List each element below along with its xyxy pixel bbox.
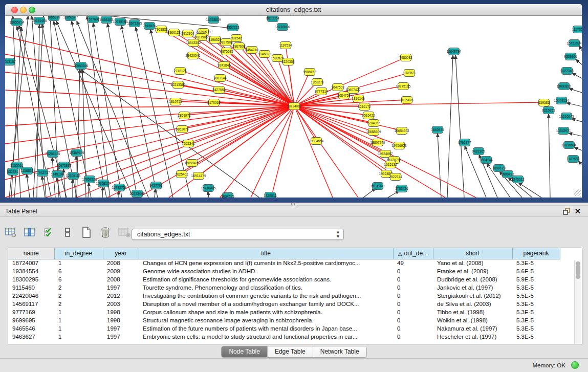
tab-edge-table[interactable]: Edge Table bbox=[268, 346, 313, 357]
graph-node[interactable]: 1858276 bbox=[312, 78, 323, 86]
graph-node[interactable]: 19055724 bbox=[11, 18, 23, 26]
graph-node[interactable]: 9329966 bbox=[565, 53, 576, 60]
column-header-in_degree[interactable]: in_degree bbox=[54, 248, 103, 259]
graph-node[interactable]: 9827508 bbox=[221, 38, 232, 46]
graph-node[interactable]: 10688609 bbox=[368, 128, 379, 136]
tab-network-table[interactable]: Network Table bbox=[313, 346, 366, 357]
graph-node[interactable]: 2053157 bbox=[5, 58, 15, 65]
graph-node[interactable]: 7963822 bbox=[156, 26, 167, 33]
table-vertical-scrollbar[interactable] bbox=[574, 260, 581, 344]
graph-node[interactable]: 16914479 bbox=[193, 172, 204, 180]
graph-node[interactable]: 15751074 bbox=[569, 39, 580, 47]
graph-node[interactable]: 18775105 bbox=[398, 82, 409, 90]
graph-node[interactable]: 1156813 bbox=[21, 167, 33, 174]
table-row[interactable]: 1872400712008Changes of HCN gene express… bbox=[8, 259, 560, 267]
graph-node[interactable]: 7625402 bbox=[176, 170, 187, 178]
graph-node[interactable]: 2718126 bbox=[175, 67, 186, 75]
table-row[interactable]: 946362711997Embryonic stem cells: a mode… bbox=[8, 333, 560, 341]
table-row[interactable]: 911546021997Tourette syndrome. Phenomeno… bbox=[8, 283, 560, 292]
graph-node[interactable]: 19654923 bbox=[396, 127, 407, 135]
graph-node[interactable]: 8215953 bbox=[543, 106, 554, 114]
graph-node[interactable]: 20206535 bbox=[47, 150, 58, 158]
graph-node[interactable]: 17957223 bbox=[84, 176, 95, 183]
graph-node[interactable]: 8813054 bbox=[267, 16, 278, 22]
close-panel-icon[interactable]: ✕ bbox=[574, 207, 582, 215]
graph-node[interactable]: 8427552 bbox=[213, 86, 225, 94]
graph-node[interactable]: 17359929 bbox=[71, 149, 82, 157]
graph-node[interactable]: 1117053 bbox=[573, 26, 582, 33]
graph-node[interactable]: 8912954 bbox=[182, 30, 193, 37]
graph-node[interactable]: 15716485 bbox=[203, 184, 214, 192]
graph-node[interactable]: 1065328 bbox=[48, 16, 59, 21]
graph-node[interactable]: 8454749 bbox=[246, 46, 257, 54]
graph-node[interactable]: 2204067 bbox=[368, 119, 379, 127]
graph-node[interactable]: 17016504 bbox=[563, 141, 575, 149]
column-header-title[interactable]: title bbox=[139, 248, 393, 259]
new-document-icon[interactable] bbox=[80, 226, 93, 239]
graph-node[interactable]: 16782759 bbox=[114, 184, 125, 191]
graph-node[interactable]: 9516422 bbox=[363, 112, 374, 119]
graph-node[interactable]: 1647503 bbox=[332, 83, 343, 91]
graph-node[interactable]: 2803144 bbox=[214, 74, 226, 82]
graph-node[interactable]: 8220354 bbox=[282, 58, 294, 65]
graph-node[interactable]: 12923448 bbox=[132, 190, 143, 198]
graph-hub-node[interactable]: 18724007 bbox=[289, 102, 300, 110]
graph-node[interactable]: 12444134 bbox=[556, 97, 567, 104]
tab-node-table[interactable]: Node Table bbox=[222, 346, 268, 357]
graph-node[interactable]: 1878521 bbox=[404, 69, 415, 77]
graph-node[interactable]: 10853287 bbox=[65, 16, 76, 21]
graph-node[interactable]: 1145194 bbox=[52, 170, 63, 178]
graph-node[interactable]: 13892971 bbox=[558, 127, 569, 135]
graph-node[interactable]: 16671385 bbox=[129, 19, 140, 27]
graph-node[interactable]: 9146821 bbox=[259, 50, 270, 58]
graph-node[interactable]: 2170065 bbox=[208, 99, 220, 106]
graph-node[interactable]: 10607427 bbox=[347, 86, 359, 94]
table-row[interactable]: 977716911998Corpus callosum shape and si… bbox=[8, 308, 560, 316]
graph-node[interactable]: 981546 bbox=[231, 34, 242, 42]
column-header-name[interactable]: name bbox=[8, 248, 54, 259]
graph-node[interactable]: 7652341 bbox=[183, 140, 194, 147]
graph-node[interactable]: 1197534 bbox=[280, 41, 291, 49]
graph-node[interactable]: 8196328 bbox=[209, 36, 221, 43]
resize-grip[interactable] bbox=[574, 189, 581, 196]
graph-node[interactable]: 6466163 bbox=[101, 16, 112, 24]
graph-node[interactable]: 9588152 bbox=[304, 68, 315, 76]
column-header-out_de[interactable]: △out_de... bbox=[393, 248, 433, 259]
graph-node[interactable]: 1615132 bbox=[385, 161, 396, 168]
graph-node[interactable]: 10975887 bbox=[58, 162, 70, 169]
graph-node[interactable]: 1527602 bbox=[88, 16, 99, 23]
column-header-short[interactable]: short bbox=[433, 248, 512, 259]
table-row[interactable]: 2242004622012Investigating the contribut… bbox=[8, 292, 560, 300]
graph-node[interactable]: 9242845 bbox=[219, 61, 230, 69]
graph-node[interactable]: 18807249 bbox=[372, 139, 383, 146]
graph-node[interactable]: 12213366 bbox=[172, 81, 184, 89]
column-header-pagerank[interactable]: pagerank bbox=[512, 248, 560, 259]
table-row[interactable]: 946554611997Estimation of the future num… bbox=[8, 324, 560, 333]
graph-node[interactable]: 1640935 bbox=[432, 126, 443, 134]
graph-node[interactable]: 7515526 bbox=[144, 22, 155, 30]
graph-node[interactable]: 159585 bbox=[538, 99, 550, 106]
graph-node[interactable]: 16099489 bbox=[186, 159, 198, 167]
column-select-icon[interactable] bbox=[23, 226, 36, 239]
graph-node[interactable]: 8960128 bbox=[168, 29, 180, 36]
graph-node[interactable]: 19756928 bbox=[394, 142, 405, 149]
graph-node[interactable]: 1609432 bbox=[502, 170, 513, 178]
graph-node[interactable]: 1107533 bbox=[568, 155, 579, 163]
graph-node[interactable]: 931331 bbox=[7, 168, 18, 176]
graph-node[interactable]: 2967608 bbox=[233, 42, 245, 50]
table-settings-icon[interactable] bbox=[4, 226, 17, 239]
graph-node[interactable]: 8777314 bbox=[316, 87, 327, 95]
graph-node[interactable]: 9862074 bbox=[177, 125, 188, 133]
graph-node[interactable]: 12093822 bbox=[558, 82, 570, 90]
graph-node[interactable]: 9875685 bbox=[221, 48, 232, 55]
table-row[interactable]: 1830029562008Estimation of significance … bbox=[8, 275, 560, 283]
graph-node[interactable]: 9227343 bbox=[561, 67, 573, 75]
table-row[interactable]: 1938455462009Genome-wide association stu… bbox=[8, 267, 560, 275]
graph-node[interactable]: 7485083 bbox=[400, 54, 411, 61]
graph-node[interactable]: 1825013 bbox=[265, 192, 276, 198]
window-titlebar[interactable]: citations_edges.txt bbox=[5, 4, 582, 16]
graph-node[interactable]: 2522744 bbox=[390, 173, 401, 181]
graph-node[interactable]: 1816146 bbox=[353, 95, 364, 102]
graph-node[interactable]: 6791977 bbox=[459, 139, 470, 146]
graph-node[interactable]: 2861971 bbox=[179, 112, 190, 119]
